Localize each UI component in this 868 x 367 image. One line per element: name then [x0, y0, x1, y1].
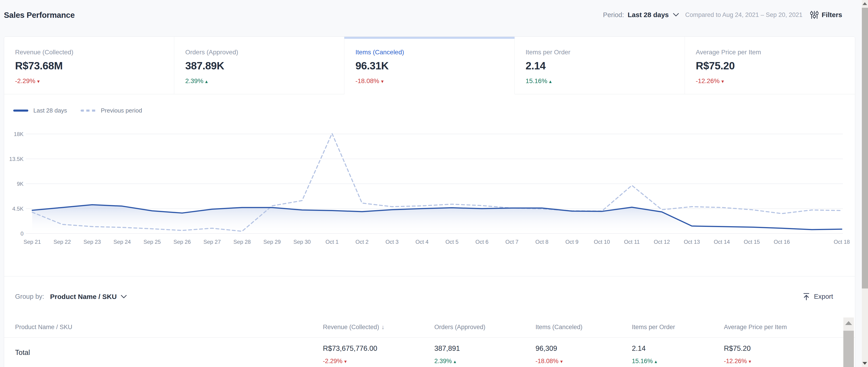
filters-label: Filters — [822, 11, 842, 19]
x-axis-tick-label: Oct 10 — [594, 239, 610, 245]
kpi-value: 96.31K — [355, 60, 505, 72]
y-axis-tick-label: 18K — [14, 131, 24, 137]
x-axis-tick-label: Oct 2 — [355, 239, 369, 245]
group-by-select[interactable]: Product Name / SKU — [50, 293, 127, 301]
y-axis-tick-label: 13.5K — [9, 156, 24, 162]
kpi-tab-average-price-per-item[interactable]: Average Price per ItemR$75.20-12.26%▾ — [685, 37, 855, 94]
triangle-up-icon: ▴ — [549, 78, 552, 84]
kpi-label: Items (Canceled) — [355, 48, 505, 56]
scroll-up-arrow-icon[interactable] — [863, 2, 867, 5]
x-axis-tick-label: Oct 5 — [445, 239, 458, 245]
x-axis-tick-label: Oct 9 — [565, 239, 579, 245]
kpi-delta-badge: 15.16%▴ — [526, 77, 676, 85]
kpi-delta-value: 15.16% — [526, 77, 547, 85]
kpi-delta-value: -12.26% — [696, 77, 719, 85]
x-axis-tick-label: Oct 13 — [684, 239, 700, 245]
x-axis-tick-label: Oct 8 — [535, 239, 548, 245]
total-row-label: Total — [15, 348, 323, 367]
period-label: Period: — [603, 11, 624, 19]
delta-value: -18.08% — [535, 358, 559, 365]
y-axis-tick-label: 4.5K — [12, 206, 24, 212]
compared-period-text: Compared to Aug 24, 2021 – Sep 20, 2021 — [685, 11, 802, 19]
period-select[interactable]: Last 28 days — [627, 11, 679, 19]
selected-tab-indicator — [344, 37, 514, 39]
scroll-up-arrow-icon[interactable] — [845, 321, 852, 325]
x-axis-tick-label: Sep 28 — [234, 239, 251, 245]
triangle-down-icon: ▾ — [37, 78, 40, 84]
total-cell: 96,309-18.08%▾ — [535, 344, 632, 367]
triangle-up-icon: ▴ — [454, 359, 456, 364]
sort-descending-icon: ↓ — [381, 324, 384, 331]
total-cell-delta: -2.29%▾ — [323, 358, 434, 365]
delta-value: -2.29% — [323, 358, 343, 365]
kpi-label: Items per Order — [526, 48, 676, 56]
kpi-label: Average Price per Item — [696, 48, 846, 56]
total-cell-value: 387,891 — [434, 344, 535, 353]
filters-button[interactable]: Filters — [810, 10, 842, 19]
total-cell: 387,8912.39%▴ — [434, 344, 535, 367]
triangle-down-icon: ▾ — [560, 359, 563, 364]
column-header-items-per-order[interactable]: Items per Order — [632, 324, 724, 331]
legend-label: Last 28 days — [33, 107, 67, 114]
triangle-down-icon: ▾ — [721, 78, 724, 84]
page-scrollbar[interactable] — [862, 0, 868, 367]
delta-value: -12.26% — [724, 358, 747, 365]
chart-area: Last 28 daysPrevious period 04.5K9K13.5K… — [4, 94, 855, 276]
x-axis-tick-label: Sep 27 — [204, 239, 221, 245]
group-by-label: Group by: — [15, 293, 44, 300]
chevron-down-icon — [121, 295, 127, 299]
kpi-value: R$73.68M — [15, 60, 165, 72]
total-cell-delta: -18.08%▾ — [535, 358, 632, 365]
x-axis-tick-label: Oct 1 — [326, 239, 338, 245]
total-cell-value: 2.14 — [632, 344, 724, 353]
kpi-value: R$75.20 — [696, 60, 846, 72]
column-header-average-price-per-item[interactable]: Average Price per Item — [724, 324, 855, 331]
dashboard-card: Revenue (Collected)R$73.68M-2.29%▾Orders… — [4, 36, 855, 367]
kpi-delta-badge: -12.26%▾ — [696, 77, 846, 85]
kpi-delta-badge: -18.08%▾ — [355, 77, 505, 85]
export-button[interactable]: Export — [802, 293, 833, 301]
triangle-up-icon: ▴ — [655, 359, 657, 364]
column-header-orders-approved[interactable]: Orders (Approved) — [434, 324, 535, 331]
table-scrollbar[interactable] — [843, 318, 854, 367]
period-controls: Period: Last 28 days Compared to Aug 24,… — [603, 10, 842, 19]
kpi-label: Revenue (Collected) — [15, 48, 165, 56]
total-cell-value: R$73,675,776.00 — [323, 344, 434, 353]
chart-legend: Last 28 daysPrevious period — [13, 107, 142, 114]
x-axis-tick-label: Oct 4 — [415, 239, 428, 245]
x-axis-tick-label: Oct 12 — [654, 239, 670, 245]
table-total-row: TotalR$73,675,776.00-2.29%▾387,8912.39%▴… — [4, 338, 855, 367]
delta-value: 2.39% — [434, 358, 452, 365]
triangle-down-icon: ▾ — [381, 78, 384, 84]
x-axis-tick-label: Oct 7 — [505, 239, 518, 245]
y-axis-tick-label: 0 — [21, 231, 24, 237]
x-axis-tick-label: Sep 21 — [24, 239, 41, 245]
total-cell-delta: -12.26%▾ — [724, 358, 855, 365]
table-scrollbar-thumb[interactable] — [843, 331, 854, 367]
kpi-tab-revenue-collected[interactable]: Revenue (Collected)R$73.68M-2.29%▾ — [4, 37, 174, 94]
y-axis-tick-label: 9K — [17, 181, 24, 187]
column-header-items-canceled[interactable]: Items (Canceled) — [535, 324, 632, 331]
total-cell-value: R$75.20 — [724, 344, 855, 353]
kpi-tab-items-canceled[interactable]: Items (Canceled)96.31K-18.08%▾ — [344, 37, 515, 94]
scroll-down-arrow-icon[interactable] — [863, 362, 867, 365]
triangle-down-icon: ▾ — [344, 359, 347, 364]
kpi-tab-items-per-order[interactable]: Items per Order2.1415.16%▴ — [515, 37, 685, 94]
page-title: Sales Performance — [4, 10, 75, 20]
kpi-delta-badge: -2.29%▾ — [15, 77, 165, 85]
x-axis-tick-label: Sep 24 — [114, 239, 131, 245]
filter-sliders-icon — [810, 10, 818, 19]
kpi-value: 387.89K — [185, 60, 335, 72]
legend-label: Previous period — [101, 107, 142, 114]
page-scrollbar-thumb[interactable] — [862, 8, 868, 289]
kpi-delta-value: -2.29% — [15, 77, 35, 85]
table-toolbar: Group by: Product Name / SKU Export — [4, 276, 855, 317]
solid-line-swatch — [13, 109, 28, 111]
kpi-tabs-row: Revenue (Collected)R$73.68M-2.29%▾Orders… — [4, 37, 855, 94]
total-cell: R$73,675,776.00-2.29%▾ — [323, 344, 434, 367]
kpi-tab-orders-approved[interactable]: Orders (Approved)387.89K2.39%▴ — [174, 37, 344, 94]
column-header-product-name-sku[interactable]: Product Name / SKU — [15, 324, 323, 331]
total-cell-delta: 15.16%▴ — [632, 358, 724, 365]
line-chart[interactable]: 04.5K9K13.5K18KSep 21Sep 22Sep 23Sep 24S… — [9, 125, 850, 253]
column-header-revenue-collected[interactable]: Revenue (Collected)↓ — [323, 324, 434, 331]
